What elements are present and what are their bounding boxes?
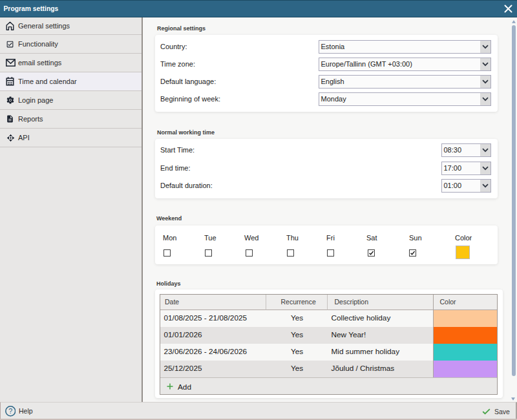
svg-text:?: ? [8, 407, 12, 415]
